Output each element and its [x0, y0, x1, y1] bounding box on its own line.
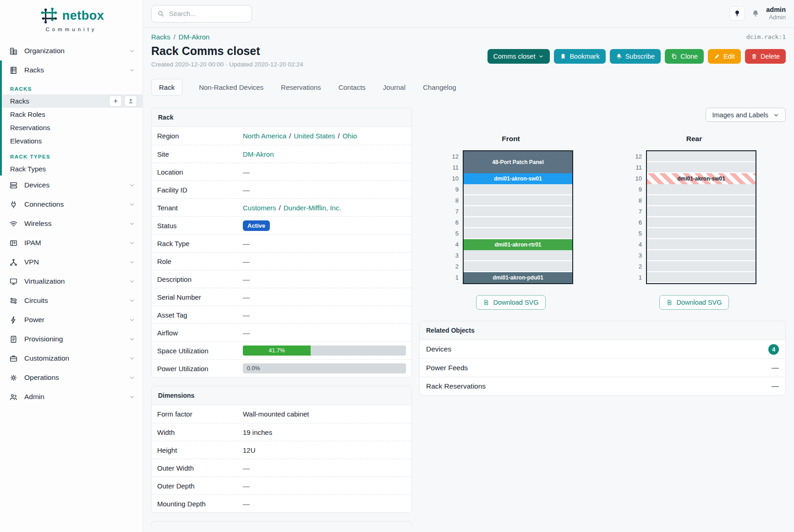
- theme-toggle-button[interactable]: [729, 6, 745, 21]
- sidebar-item-rack-types[interactable]: Rack Types: [2, 162, 142, 176]
- rack-unit-empty[interactable]: [464, 261, 572, 272]
- user-menu[interactable]: admin Admin: [766, 6, 786, 21]
- netbox-logo-icon: [38, 6, 59, 25]
- unit-number: 5: [632, 228, 642, 239]
- rack-unit-empty[interactable]: [647, 239, 756, 250]
- attr-row-location: Location—: [152, 163, 411, 181]
- delete-button[interactable]: Delete: [745, 49, 786, 64]
- related-row-rack-reservations[interactable]: Rack Reservations—: [420, 377, 785, 395]
- rack-unit-empty[interactable]: [647, 195, 756, 206]
- attr-label: Asset Tag: [157, 311, 243, 319]
- clone-button[interactable]: Clone: [665, 49, 704, 64]
- rack-device-dmi01-akron-rtr01[interactable]: dmi01-akron-rtr01: [464, 239, 572, 250]
- edit-button[interactable]: Edit: [708, 49, 741, 64]
- rack-unit-empty[interactable]: [647, 151, 756, 162]
- search-box[interactable]: [151, 5, 252, 22]
- rack-unit-empty[interactable]: [464, 184, 572, 195]
- rack-unit-empty[interactable]: [464, 195, 572, 206]
- tab-non-racked-devices[interactable]: Non-Racked Devices: [198, 79, 264, 95]
- chevron-down-icon: [129, 201, 135, 208]
- pencil-icon: [714, 53, 720, 60]
- sidebar-item-provisioning[interactable]: Provisioning: [0, 329, 142, 349]
- attr-label: Tenant: [157, 204, 243, 212]
- sidebar-item-connections[interactable]: Connections: [0, 195, 142, 214]
- rack-unit-empty[interactable]: [647, 206, 756, 217]
- brand-name: netbox: [62, 9, 104, 23]
- sidebar-item-vpn[interactable]: VPN: [0, 252, 142, 272]
- attr-value: 19 inches: [243, 428, 272, 436]
- notifications-button[interactable]: [751, 9, 760, 17]
- rack-unit-empty[interactable]: [647, 217, 756, 228]
- tab-journal[interactable]: Journal: [382, 79, 406, 95]
- link-customers[interactable]: Customers: [243, 204, 276, 212]
- sidebar-item-customization[interactable]: Customization: [0, 349, 142, 368]
- rack-device-dmi01-akron-sw01[interactable]: dmi01-akron-sw01: [647, 173, 756, 184]
- sidebar-item-ipam[interactable]: IPAM: [0, 233, 142, 252]
- tab-contacts[interactable]: Contacts: [338, 79, 367, 95]
- brand[interactable]: netbox Community: [0, 0, 142, 35]
- sidebar-item-admin[interactable]: Admin: [0, 387, 142, 406]
- empty-value: —: [243, 500, 250, 508]
- sidebar-item-circuits[interactable]: Circuits: [0, 291, 142, 310]
- link-united-states[interactable]: United States: [294, 132, 335, 140]
- sidebar-item-rack-roles[interactable]: Rack Roles: [2, 108, 142, 121]
- rack-device-dmi01-akron-sw01[interactable]: dmi01-akron-sw01: [464, 173, 572, 184]
- unit-number: 6: [632, 217, 642, 228]
- rack-unit-empty[interactable]: [464, 217, 572, 228]
- tab-rack[interactable]: Rack: [151, 79, 182, 96]
- attr-value: 12U: [243, 446, 256, 454]
- rear-download-svg-button[interactable]: Download SVG: [659, 295, 728, 310]
- rack-unit-empty[interactable]: [464, 228, 572, 239]
- sidebar-item-elevations[interactable]: Elevations: [2, 134, 142, 148]
- search-input[interactable]: [169, 10, 238, 17]
- link-dunder-mifflin-inc[interactable]: Dunder-Mifflin, Inc.: [284, 204, 341, 212]
- chevron-down-icon: [129, 240, 135, 246]
- related-row-devices[interactable]: Devices4: [420, 340, 785, 358]
- add-rack-button[interactable]: [109, 95, 122, 107]
- front-elevation: Front 121110987654321 48-Port Patch Pane…: [419, 135, 602, 310]
- unit-number: 12: [632, 151, 642, 162]
- import-rack-button[interactable]: [124, 95, 137, 107]
- empty-value: —: [243, 168, 250, 176]
- rack-unit-empty[interactable]: [647, 184, 756, 195]
- related-row-power-feeds[interactable]: Power Feeds—: [420, 358, 785, 377]
- sidebar-item-devices[interactable]: Devices: [0, 176, 142, 195]
- search-icon: [157, 10, 164, 17]
- rack-unit-empty[interactable]: [464, 206, 572, 217]
- context-dropdown-button[interactable]: Comms closet: [487, 49, 550, 64]
- rack-unit-empty[interactable]: [647, 228, 756, 239]
- empty-value: —: [243, 240, 250, 247]
- front-download-svg-button[interactable]: Download SVG: [476, 295, 545, 310]
- tab-reservations[interactable]: Reservations: [280, 79, 322, 95]
- sidebar-item-racks[interactable]: Racks: [2, 60, 142, 80]
- empty-value: —: [243, 464, 250, 472]
- images-labels-toggle[interactable]: Images and Labels: [706, 108, 786, 122]
- tab-changelog[interactable]: Changelog: [422, 79, 457, 95]
- breadcrumb-link-site[interactable]: DM-Akron: [179, 33, 210, 41]
- rack-device-48-port-patch-panel[interactable]: 48-Port Patch Panel: [464, 151, 572, 173]
- sidebar-item-reservations[interactable]: Reservations: [2, 121, 142, 134]
- subscribe-button[interactable]: Subscribe: [610, 49, 661, 64]
- rack-unit-empty[interactable]: [647, 250, 756, 261]
- link-dm-akron[interactable]: DM-Akron: [243, 150, 274, 158]
- sidebar-item-racks[interactable]: Racks: [2, 94, 142, 108]
- rack-unit-empty[interactable]: [647, 162, 756, 173]
- wifi-icon: [9, 219, 18, 228]
- unit-number: 2: [449, 261, 459, 272]
- sidebar-item-organization[interactable]: Organization: [0, 41, 142, 60]
- sidebar-item-virtualization[interactable]: Virtualization: [0, 272, 142, 291]
- rack-unit-empty[interactable]: [647, 261, 756, 272]
- sidebar-item-operations[interactable]: Operations: [0, 368, 142, 387]
- rack-unit-empty[interactable]: [464, 250, 572, 261]
- rack-unit-empty[interactable]: [647, 272, 756, 283]
- link-north-america[interactable]: North America: [243, 132, 286, 140]
- link-ohio[interactable]: Ohio: [342, 132, 357, 140]
- rack-device-dmi01-akron-pdu01[interactable]: dmi01-akron-pdu01: [464, 272, 572, 283]
- bookmark-button[interactable]: Bookmark: [554, 49, 605, 64]
- breadcrumb-link-racks[interactable]: Racks: [151, 33, 170, 41]
- unit-number: 8: [449, 195, 459, 206]
- sidebar-item-wireless[interactable]: Wireless: [0, 214, 142, 233]
- plus-icon: [113, 98, 119, 104]
- building-icon: [9, 47, 18, 55]
- sidebar-item-power[interactable]: Power: [0, 310, 142, 329]
